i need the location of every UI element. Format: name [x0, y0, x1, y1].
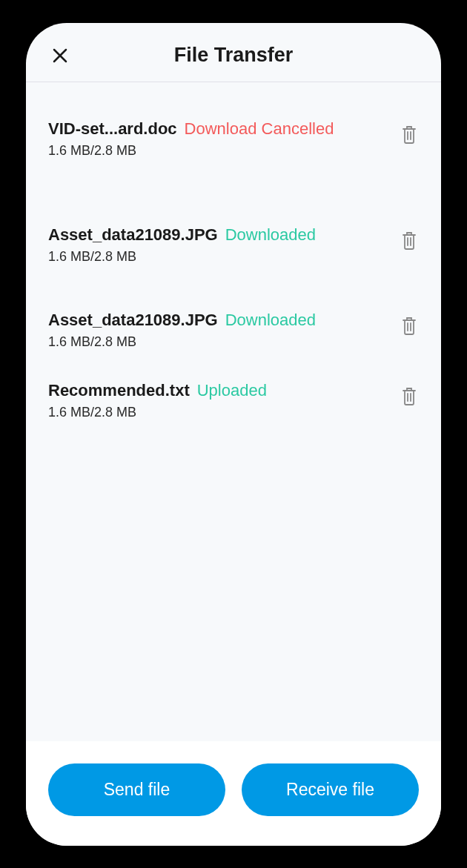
file-status: Downloaded: [225, 225, 316, 245]
file-size: 1.6 MB/2.8 MB: [48, 249, 391, 265]
file-item: Asset_data21089.JPG Downloaded 1.6 MB/2.…: [48, 311, 419, 350]
file-name: Recommended.txt: [48, 381, 190, 400]
phone-frame: File Transfer VID-set...ard.doc Download…: [26, 23, 441, 846]
file-item: Asset_data21089.JPG Downloaded 1.6 MB/2.…: [48, 225, 419, 265]
trash-icon: [400, 385, 419, 406]
file-status: Uploaded: [197, 381, 267, 400]
trash-icon: [400, 315, 419, 336]
button-bar: Send file Receive file: [26, 741, 441, 846]
file-size: 1.6 MB/2.8 MB: [48, 334, 391, 350]
file-info: Asset_data21089.JPG Downloaded 1.6 MB/2.…: [48, 225, 391, 265]
trash-icon: [400, 230, 419, 251]
receive-file-button[interactable]: Receive file: [242, 763, 419, 816]
header: File Transfer: [26, 23, 441, 82]
close-button[interactable]: [51, 47, 69, 64]
delete-button[interactable]: [400, 124, 419, 145]
file-info: Recommended.txt Uploaded 1.6 MB/2.8 MB: [48, 381, 391, 420]
file-status: Downloaded: [225, 311, 316, 330]
file-line: Asset_data21089.JPG Downloaded: [48, 225, 391, 245]
file-line: VID-set...ard.doc Download Cancelled: [48, 119, 391, 139]
file-item: VID-set...ard.doc Download Cancelled 1.6…: [48, 119, 419, 159]
delete-button[interactable]: [400, 385, 419, 406]
file-size: 1.6 MB/2.8 MB: [48, 405, 391, 420]
file-info: VID-set...ard.doc Download Cancelled 1.6…: [48, 119, 391, 159]
file-name: Asset_data21089.JPG: [48, 225, 218, 245]
file-info: Asset_data21089.JPG Downloaded 1.6 MB/2.…: [48, 311, 391, 350]
send-file-button[interactable]: Send file: [48, 763, 225, 816]
file-line: Recommended.txt Uploaded: [48, 381, 391, 400]
file-item: Recommended.txt Uploaded 1.6 MB/2.8 MB: [48, 381, 419, 420]
file-line: Asset_data21089.JPG Downloaded: [48, 311, 391, 330]
file-status: Download Cancelled: [185, 119, 334, 139]
page-title: File Transfer: [48, 44, 419, 67]
delete-button[interactable]: [400, 315, 419, 336]
delete-button[interactable]: [400, 230, 419, 251]
file-size: 1.6 MB/2.8 MB: [48, 143, 391, 159]
file-name: Asset_data21089.JPG: [48, 311, 218, 330]
trash-icon: [400, 124, 419, 145]
file-list: VID-set...ard.doc Download Cancelled 1.6…: [26, 82, 441, 741]
file-name: VID-set...ard.doc: [48, 119, 177, 139]
close-icon: [51, 47, 69, 64]
